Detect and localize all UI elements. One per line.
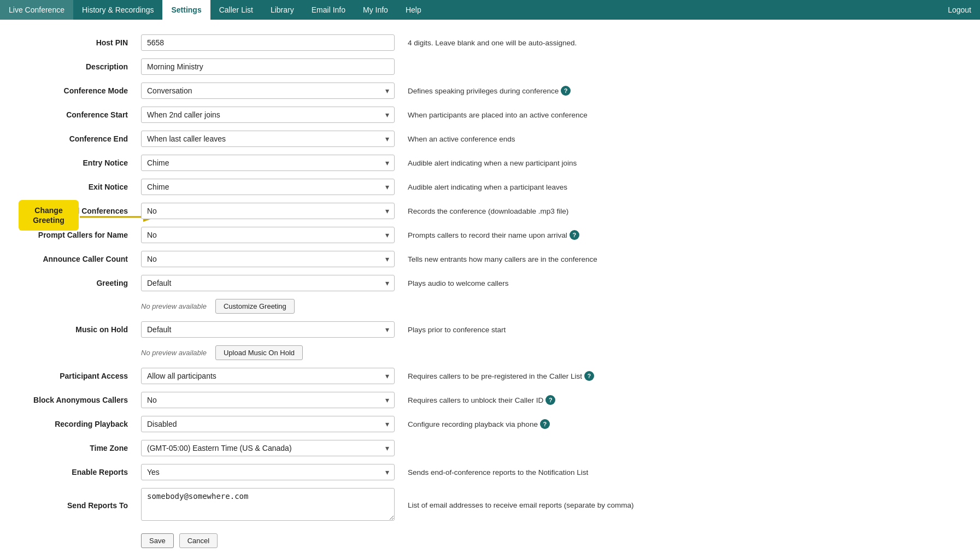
entry-notice-desc: Audible alert indicating when a new part… [399,151,639,175]
participant-access-desc: Requires callers to be pre-registered in… [399,364,639,388]
recording-playback-help-icon[interactable]: ? [540,419,550,429]
announce-count-desc: Tells new entrants how many callers are … [399,247,639,271]
conference-end-select[interactable]: When last caller leaves When host leaves… [141,131,395,147]
nav-library[interactable]: Library [262,0,303,20]
cancel-button[interactable]: Cancel [179,533,218,548]
conference-end-label: Conference End [16,127,137,151]
block-anon-select[interactable]: No Yes [141,392,395,408]
music-preview-text: No preview available [141,349,207,357]
conference-mode-control: Conversation Lecture Presentation [137,79,399,103]
block-anon-row: Block Anonymous Callers No Yes Requires … [16,388,639,412]
block-anon-help-icon[interactable]: ? [545,395,555,405]
exit-notice-row: Exit Notice Chime None Name Audible aler… [16,175,639,199]
exit-notice-label: Exit Notice [16,175,137,199]
host-pin-input[interactable] [141,34,395,51]
send-reports-row: Send Reports To somebody@somewhere.com L… [16,484,639,526]
send-reports-textarea[interactable]: somebody@somewhere.com [141,488,395,521]
conference-mode-row: Conference Mode Conversation Lecture Pre… [16,79,639,103]
nav-caller-list[interactable]: Caller List [210,0,262,20]
participant-access-row: Participant Access Allow all participant… [16,364,639,388]
nav-settings[interactable]: Settings [162,0,210,20]
enable-reports-label: Enable Reports [16,460,137,484]
recording-playback-row: Recording Playback Disabled Enabled Conf… [16,412,639,436]
block-anon-desc: Requires callers to unblock their Caller… [399,388,639,412]
recording-playback-desc: Configure recording playback via phone ? [399,412,639,436]
entry-notice-select[interactable]: Chime None Name [141,155,395,171]
announce-count-select[interactable]: No Yes [141,251,395,267]
main-nav: Live Conference History & Recordings Set… [0,0,980,20]
logout-button[interactable]: Logout [939,0,980,20]
conference-mode-help-icon[interactable]: ? [561,86,571,96]
conference-end-control: When last caller leaves When host leaves… [137,127,399,151]
conference-mode-select[interactable]: Conversation Lecture Presentation [141,83,395,99]
conference-end-row: Conference End When last caller leaves W… [16,127,639,151]
description-control [137,55,399,79]
enable-reports-select[interactable]: Yes No [141,464,395,480]
conference-start-label: Conference Start [16,103,137,127]
page-content: ChangeGreeting Host PIN 4 digits. Leave … [0,20,656,553]
participant-access-help-icon[interactable]: ? [584,371,594,381]
time-zone-label: Time Zone [16,436,137,460]
form-actions-row: Save Cancel [16,526,639,552]
recording-playback-select[interactable]: Disabled Enabled [141,416,395,432]
prompt-callers-desc: Prompts callers to record their name upo… [399,223,639,247]
customize-greeting-button[interactable]: Customize Greeting [215,299,295,314]
time-zone-control: (GMT-05:00) Eastern Time (US & Canada) (… [137,436,399,460]
recording-playback-control: Disabled Enabled [137,412,399,436]
host-pin-row: Host PIN 4 digits. Leave blank and one w… [16,31,639,55]
greeting-row: Greeting Default Custom Plays audio to w… [16,271,639,295]
greeting-preview-text: No preview available [141,302,207,310]
description-desc [399,55,639,79]
enable-reports-desc: Sends end-of-conference reports to the N… [399,460,639,484]
save-button[interactable]: Save [141,533,174,548]
description-label: Description [16,55,137,79]
record-conferences-desc: Records the conference (downloadable .mp… [399,199,639,223]
music-on-hold-select[interactable]: Default Custom [141,321,395,338]
music-on-hold-row: Music on Hold Default Custom Plays prior… [16,317,639,342]
conference-start-row: Conference Start When 2nd caller joins I… [16,103,639,127]
prompt-callers-help-icon[interactable]: ? [570,230,579,240]
nav-help[interactable]: Help [397,0,430,20]
enable-reports-row: Enable Reports Yes No Sends end-of-confe… [16,460,639,484]
nav-email-info[interactable]: Email Info [303,0,354,20]
record-conferences-select[interactable]: No Yes [141,203,395,219]
conference-start-select[interactable]: When 2nd caller joins Immediately When h… [141,107,395,123]
entry-notice-control: Chime None Name [137,151,399,175]
description-row: Description [16,55,639,79]
greeting-preview-row: No preview available Customize Greeting [16,295,639,317]
settings-table: Host PIN 4 digits. Leave blank and one w… [16,31,639,552]
nav-history-recordings[interactable]: History & Recordings [73,0,163,20]
block-anon-control: No Yes [137,388,399,412]
recording-playback-label: Recording Playback [16,412,137,436]
prompt-callers-select[interactable]: No Yes [141,227,395,243]
upload-music-button[interactable]: Upload Music On Hold [215,345,303,360]
conference-mode-label: Conference Mode [16,79,137,103]
host-pin-label: Host PIN [16,31,137,55]
time-zone-select[interactable]: (GMT-05:00) Eastern Time (US & Canada) (… [141,440,395,456]
greeting-desc: Plays audio to welcome callers [399,271,639,295]
conference-end-desc: When an active conference ends [399,127,639,151]
description-input[interactable] [141,58,395,75]
prompt-callers-control: No Yes [137,223,399,247]
nav-live-conference[interactable]: Live Conference [0,0,73,20]
music-on-hold-control: Default Custom [137,317,399,342]
enable-reports-control: Yes No [137,460,399,484]
greeting-select[interactable]: Default Custom [141,275,395,291]
entry-notice-label: Entry Notice [16,151,137,175]
conference-start-desc: When participants are placed into an act… [399,103,639,127]
change-greeting-callout: ChangeGreeting [19,200,79,231]
music-preview-row: No preview available Upload Music On Hol… [16,342,639,364]
music-on-hold-label: Music on Hold [16,317,137,342]
conference-start-control: When 2nd caller joins Immediately When h… [137,103,399,127]
announce-count-control: No Yes [137,247,399,271]
greeting-control: Default Custom [137,271,399,295]
conference-mode-desc: Defines speaking privileges during confe… [399,79,639,103]
announce-count-row: Announce Caller Count No Yes Tells new e… [16,247,639,271]
exit-notice-select[interactable]: Chime None Name [141,179,395,195]
time-zone-row: Time Zone (GMT-05:00) Eastern Time (US &… [16,436,639,460]
block-anon-label: Block Anonymous Callers [16,388,137,412]
record-conferences-control: No Yes [137,199,399,223]
participant-access-select[interactable]: Allow all participants Registered caller… [141,368,395,384]
nav-my-info[interactable]: My Info [354,0,397,20]
host-pin-control [137,31,399,55]
